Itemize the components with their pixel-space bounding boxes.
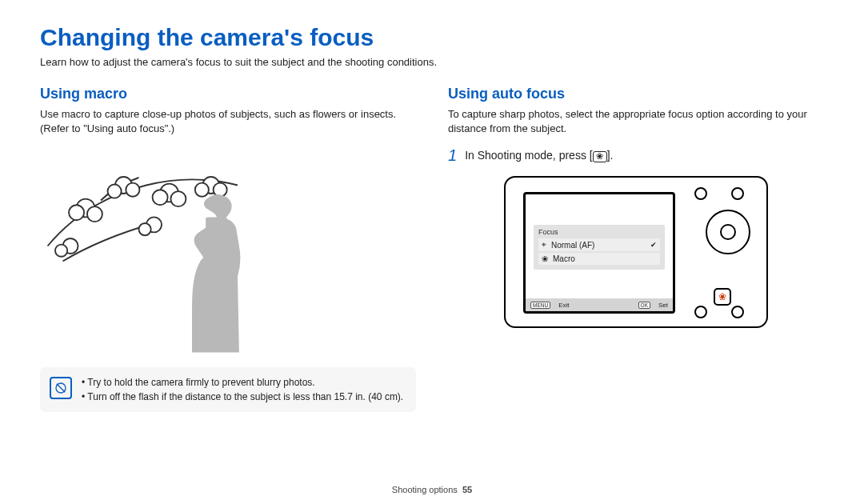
exit-label: Exit [558, 302, 569, 309]
svg-point-7 [153, 190, 168, 205]
page-footer: Shooting options 55 [0, 485, 864, 494]
page-subtitle: Learn how to adjust the camera's focus t… [40, 56, 824, 68]
svg-point-2 [87, 206, 102, 222]
camera-bottom-buttons [694, 306, 744, 318]
tip-list: Try to hold the camera firmly to prevent… [82, 375, 403, 404]
focus-menu-title: Focus [538, 228, 660, 236]
camera-focus-button[interactable]: ❀ [714, 288, 731, 306]
camera-illustration: Focus ⌖ Normal (AF) ❀ Macro MENU Exit [504, 176, 768, 328]
camera-dpad[interactable] [706, 210, 750, 254]
focus-option-icon: ❀ [542, 254, 548, 263]
svg-point-10 [195, 183, 209, 197]
footer-section: Shooting options [392, 485, 458, 494]
macro-body: Use macro to capture close-up photos of … [40, 107, 416, 135]
macro-heading: Using macro [40, 86, 416, 102]
focus-option-label: Macro [553, 254, 575, 263]
focus-option-normal[interactable]: ⌖ Normal (AF) [538, 238, 660, 251]
focus-option-icon: ⌖ [542, 240, 546, 250]
ok-badge: OK [638, 302, 650, 309]
svg-point-13 [55, 245, 67, 257]
svg-point-5 [126, 183, 139, 197]
focus-menu: Focus ⌖ Normal (AF) ❀ Macro [534, 225, 665, 270]
left-column: Using macro Use macro to capture close-u… [40, 86, 416, 412]
tip-box: Try to hold the camera firmly to prevent… [40, 367, 416, 412]
focus-option-label: Normal (AF) [551, 241, 594, 250]
set-label: Set [658, 302, 668, 309]
svg-rect-16 [206, 217, 227, 230]
note-icon [50, 377, 72, 399]
page-title: Changing the camera's focus [40, 24, 824, 51]
focus-button-icon: ❀ [593, 151, 607, 162]
autofocus-heading: Using auto focus [448, 86, 824, 102]
step-number: 1 [448, 146, 457, 165]
camera-screen: Focus ⌖ Normal (AF) ❀ Macro MENU Exit [523, 192, 675, 314]
camera-right-controls [696, 210, 750, 254]
person-flowers-illustration [40, 150, 344, 358]
footer-page-number: 55 [462, 485, 472, 494]
step-1: 1 In Shooting mode, press [❀]. [448, 146, 824, 165]
step-text-before: In Shooting mode, press [ [465, 149, 593, 162]
right-column: Using auto focus To capture sharp photos… [448, 86, 824, 412]
svg-point-8 [170, 191, 186, 206]
tip-item: Try to hold the camera firmly to prevent… [82, 375, 403, 390]
screen-statusbar: MENU Exit OK Set [526, 298, 673, 311]
autofocus-body: To capture sharp photos, select the appr… [448, 107, 824, 135]
step-text-after: ]. [607, 149, 614, 162]
svg-point-15 [139, 223, 151, 235]
camera-top-buttons [694, 187, 744, 200]
svg-point-4 [108, 185, 122, 198]
menu-badge: MENU [530, 302, 550, 309]
macro-illustration [40, 150, 416, 358]
focus-option-macro[interactable]: ❀ Macro [538, 253, 660, 265]
svg-point-1 [69, 205, 84, 220]
tip-item: Turn off the flash if the distance to th… [82, 390, 403, 404]
